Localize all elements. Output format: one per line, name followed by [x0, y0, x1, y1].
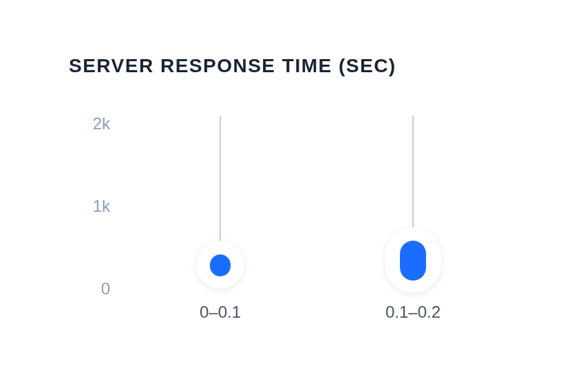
x-label-1: 0.1–0.2 [385, 303, 441, 322]
column-0-plot [124, 124, 317, 289]
chart-title: SERVER RESPONSE TIME (SEC) [69, 55, 396, 77]
x-label-0: 0–0.1 [200, 303, 241, 322]
chart-container: SERVER RESPONSE TIME (SEC) 2k 1k 0 0–0.1 [0, 0, 572, 392]
chart-column-1: 0.1–0.2 [317, 124, 509, 316]
y-tick-1k: 1k [69, 197, 110, 216]
y-tick-0: 0 [69, 279, 110, 298]
y-tick-2k: 2k [69, 114, 110, 133]
y-axis: 2k 1k 0 [69, 124, 110, 289]
column-0-core [210, 254, 231, 276]
column-1-plot [317, 124, 509, 289]
plot-area: 2k 1k 0 0–0.1 0.1–0.2 [69, 124, 509, 316]
chart-columns: 0–0.1 0.1–0.2 [124, 124, 509, 316]
chart-column-0: 0–0.1 [124, 124, 317, 316]
column-1-core [400, 241, 426, 281]
